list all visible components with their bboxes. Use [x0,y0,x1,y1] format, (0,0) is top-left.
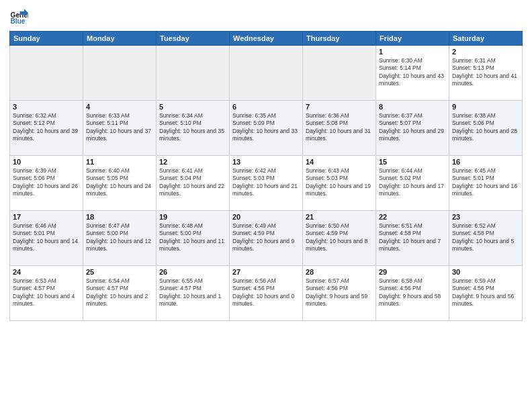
day-number: 14 [306,158,373,166]
day-info: Sunrise: 6:36 AM Sunset: 5:08 PM Dayligh… [306,112,373,143]
day-number: 28 [306,268,373,276]
calendar-cell: 7Sunrise: 6:36 AM Sunset: 5:08 PM Daylig… [303,101,376,156]
calendar-cell: 2Sunrise: 6:31 AM Sunset: 5:13 PM Daylig… [449,46,523,101]
day-number: 21 [306,213,373,221]
day-info: Sunrise: 6:51 AM Sunset: 4:58 PM Dayligh… [379,222,446,253]
logo: General Blue [9,7,31,26]
calendar-cell: 4Sunrise: 6:33 AM Sunset: 5:11 PM Daylig… [83,101,157,156]
day-info: Sunrise: 6:38 AM Sunset: 5:06 PM Dayligh… [452,112,519,143]
day-number: 25 [86,268,153,276]
calendar-cell [303,46,376,101]
calendar-cell: 19Sunrise: 6:48 AM Sunset: 5:00 PM Dayli… [157,211,230,266]
calendar-cell: 10Sunrise: 6:39 AM Sunset: 5:06 PM Dayli… [10,156,83,211]
calendar-cell: 20Sunrise: 6:49 AM Sunset: 4:59 PM Dayli… [230,211,303,266]
day-info: Sunrise: 6:52 AM Sunset: 4:58 PM Dayligh… [452,222,519,253]
weekday-header-monday: Monday [83,32,157,46]
weekday-header-saturday: Saturday [449,32,523,46]
calendar-cell: 22Sunrise: 6:51 AM Sunset: 4:58 PM Dayli… [376,211,449,266]
day-info: Sunrise: 6:32 AM Sunset: 5:12 PM Dayligh… [13,112,80,143]
calendar-cell: 25Sunrise: 6:54 AM Sunset: 4:57 PM Dayli… [83,266,157,321]
day-info: Sunrise: 6:58 AM Sunset: 4:56 PM Dayligh… [379,277,446,308]
day-info: Sunrise: 6:33 AM Sunset: 5:11 PM Dayligh… [86,112,153,143]
day-info: Sunrise: 6:54 AM Sunset: 4:57 PM Dayligh… [86,277,153,308]
day-info: Sunrise: 6:44 AM Sunset: 5:02 PM Dayligh… [379,167,446,198]
day-number: 16 [452,158,519,166]
calendar-cell: 28Sunrise: 6:57 AM Sunset: 4:56 PM Dayli… [303,266,376,321]
calendar-cell: 14Sunrise: 6:43 AM Sunset: 5:03 PM Dayli… [303,156,376,211]
calendar-cell: 1Sunrise: 6:30 AM Sunset: 5:14 PM Daylig… [376,46,449,101]
day-number: 3 [13,103,80,111]
calendar-cell: 13Sunrise: 6:42 AM Sunset: 5:03 PM Dayli… [230,156,303,211]
calendar-cell: 12Sunrise: 6:41 AM Sunset: 5:04 PM Dayli… [157,156,230,211]
day-info: Sunrise: 6:42 AM Sunset: 5:03 PM Dayligh… [232,167,300,198]
weekday-header-sunday: Sunday [10,32,83,46]
day-info: Sunrise: 6:31 AM Sunset: 5:13 PM Dayligh… [452,57,519,88]
day-info: Sunrise: 6:53 AM Sunset: 4:57 PM Dayligh… [13,277,80,308]
calendar-cell: 26Sunrise: 6:55 AM Sunset: 4:57 PM Dayli… [157,266,230,321]
day-number: 23 [452,213,519,221]
day-info: Sunrise: 6:41 AM Sunset: 5:04 PM Dayligh… [159,167,226,198]
day-number: 22 [379,213,446,221]
calendar-cell: 29Sunrise: 6:58 AM Sunset: 4:56 PM Dayli… [376,266,449,321]
day-number: 29 [379,268,446,276]
svg-text:Blue: Blue [11,17,26,25]
calendar-cell: 3Sunrise: 6:32 AM Sunset: 5:12 PM Daylig… [10,101,83,156]
calendar-cell: 23Sunrise: 6:52 AM Sunset: 4:58 PM Dayli… [449,211,523,266]
calendar-cell [157,46,230,101]
calendar-cell: 21Sunrise: 6:50 AM Sunset: 4:59 PM Dayli… [303,211,376,266]
day-info: Sunrise: 6:55 AM Sunset: 4:57 PM Dayligh… [159,277,226,308]
calendar-cell: 5Sunrise: 6:34 AM Sunset: 5:10 PM Daylig… [157,101,230,156]
calendar-cell [83,46,157,101]
day-number: 8 [379,103,446,111]
day-number: 12 [159,158,226,166]
weekday-header-thursday: Thursday [303,32,376,46]
day-info: Sunrise: 6:46 AM Sunset: 5:01 PM Dayligh… [13,222,80,253]
day-number: 9 [452,103,519,111]
calendar-cell [230,46,303,101]
weekday-header-friday: Friday [376,32,449,46]
day-info: Sunrise: 6:43 AM Sunset: 5:03 PM Dayligh… [306,167,373,198]
weekday-header-tuesday: Tuesday [157,32,230,46]
day-info: Sunrise: 6:40 AM Sunset: 5:05 PM Dayligh… [86,167,153,198]
day-number: 26 [159,268,226,276]
weekday-header-wednesday: Wednesday [230,32,303,46]
day-number: 1 [379,48,446,56]
day-number: 18 [86,213,153,221]
day-info: Sunrise: 6:35 AM Sunset: 5:09 PM Dayligh… [232,112,300,143]
logo-icon: General Blue [9,7,28,26]
day-number: 27 [232,268,300,276]
day-number: 4 [86,103,153,111]
day-number: 6 [232,103,300,111]
calendar-cell: 30Sunrise: 6:59 AM Sunset: 4:56 PM Dayli… [449,266,523,321]
day-number: 2 [452,48,519,56]
calendar-cell: 15Sunrise: 6:44 AM Sunset: 5:02 PM Dayli… [376,156,449,211]
day-info: Sunrise: 6:57 AM Sunset: 4:56 PM Dayligh… [306,277,373,308]
day-info: Sunrise: 6:37 AM Sunset: 5:07 PM Dayligh… [379,112,446,143]
day-number: 11 [86,158,153,166]
calendar-cell: 6Sunrise: 6:35 AM Sunset: 5:09 PM Daylig… [230,101,303,156]
calendar-cell: 11Sunrise: 6:40 AM Sunset: 5:05 PM Dayli… [83,156,157,211]
day-number: 7 [306,103,373,111]
calendar: SundayMondayTuesdayWednesdayThursdayFrid… [9,31,523,321]
day-info: Sunrise: 6:30 AM Sunset: 5:14 PM Dayligh… [379,57,446,88]
day-info: Sunrise: 6:59 AM Sunset: 4:56 PM Dayligh… [452,277,519,308]
day-info: Sunrise: 6:56 AM Sunset: 4:56 PM Dayligh… [232,277,300,308]
day-number: 15 [379,158,446,166]
day-number: 30 [452,268,519,276]
header: General Blue [9,7,523,26]
calendar-cell: 24Sunrise: 6:53 AM Sunset: 4:57 PM Dayli… [10,266,83,321]
calendar-cell: 17Sunrise: 6:46 AM Sunset: 5:01 PM Dayli… [10,211,83,266]
day-info: Sunrise: 6:50 AM Sunset: 4:59 PM Dayligh… [306,222,373,253]
calendar-cell: 9Sunrise: 6:38 AM Sunset: 5:06 PM Daylig… [449,101,523,156]
day-info: Sunrise: 6:34 AM Sunset: 5:10 PM Dayligh… [159,112,226,143]
day-number: 24 [13,268,80,276]
calendar-cell: 16Sunrise: 6:45 AM Sunset: 5:01 PM Dayli… [449,156,523,211]
day-info: Sunrise: 6:47 AM Sunset: 5:00 PM Dayligh… [86,222,153,253]
calendar-cell: 27Sunrise: 6:56 AM Sunset: 4:56 PM Dayli… [230,266,303,321]
day-info: Sunrise: 6:39 AM Sunset: 5:06 PM Dayligh… [13,167,80,198]
day-number: 19 [159,213,226,221]
day-number: 10 [13,158,80,166]
calendar-cell: 18Sunrise: 6:47 AM Sunset: 5:00 PM Dayli… [83,211,157,266]
day-info: Sunrise: 6:45 AM Sunset: 5:01 PM Dayligh… [452,167,519,198]
day-info: Sunrise: 6:49 AM Sunset: 4:59 PM Dayligh… [232,222,300,253]
